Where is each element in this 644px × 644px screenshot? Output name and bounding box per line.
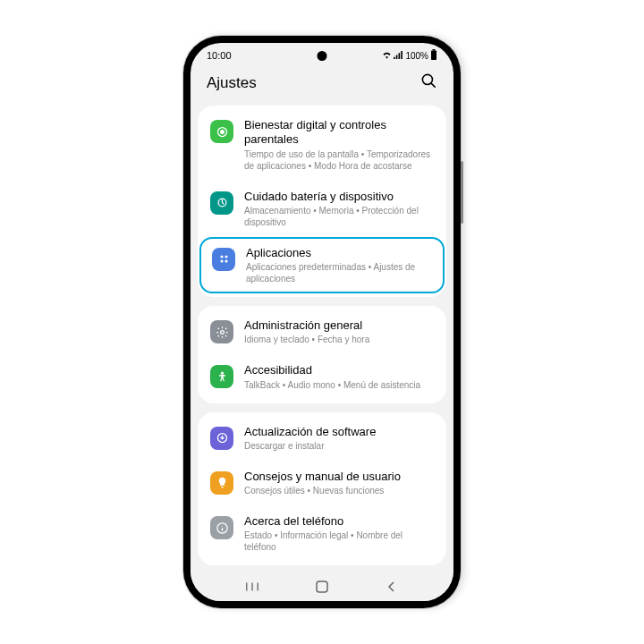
page-title: Ajustes: [207, 74, 257, 92]
settings-item[interactable]: Consejos y manual de usuarioConsejos úti…: [198, 461, 446, 505]
svg-point-9: [220, 260, 223, 263]
nav-bar: [191, 571, 453, 601]
item-subtitle: Idioma y teclado • Fecha y hora: [244, 334, 434, 345]
svg-point-7: [220, 256, 223, 258]
settings-item[interactable]: AplicacionesAplicaciones predeterminadas…: [199, 237, 445, 293]
item-subtitle: Consejos útiles • Nuevas funciones: [244, 485, 434, 496]
screen: 10:00 100% Ajustes Bienestar digital y c…: [191, 43, 453, 601]
signal-icon: [394, 51, 403, 61]
svg-point-12: [220, 371, 223, 374]
nav-back[interactable]: [383, 580, 401, 594]
item-title: Aplicaciones: [246, 246, 432, 260]
item-title: Actualización de software: [244, 425, 434, 439]
item-title: Accesibilidad: [244, 363, 434, 377]
nav-recent[interactable]: [243, 580, 261, 594]
settings-item[interactable]: Cuidado batería y dispositivoAlmacenamie…: [198, 181, 446, 237]
search-icon[interactable]: [420, 72, 437, 93]
svg-rect-0: [433, 49, 436, 51]
settings-item[interactable]: Administración generalIdioma y teclado •…: [198, 309, 446, 354]
front-camera: [318, 51, 327, 61]
status-time: 10:00: [207, 50, 232, 61]
item-text: AccesibilidadTalkBack • Audio mono • Men…: [244, 363, 434, 390]
svg-rect-20: [317, 581, 327, 592]
svg-point-5: [220, 130, 224, 133]
svg-point-2: [422, 74, 432, 84]
item-title: Administración general: [244, 318, 434, 333]
item-text: Cuidado batería y dispositivoAlmacenamie…: [244, 190, 434, 228]
svg-rect-1: [431, 51, 436, 61]
settings-group: Bienestar digital y controles parentales…: [198, 106, 446, 297]
wifi-icon: [382, 51, 392, 61]
nav-home[interactable]: [313, 580, 331, 594]
item-text: Consejos y manual de usuarioConsejos úti…: [244, 470, 434, 496]
item-subtitle: Aplicaciones predeterminadas • Ajustes d…: [246, 261, 432, 284]
tips-icon: [210, 471, 233, 495]
item-text: Acerca del teléfonoEstado • Información …: [244, 514, 434, 553]
wellbeing-icon: [210, 120, 233, 143]
item-subtitle: Estado • Información legal • Nombre del …: [244, 530, 434, 553]
item-text: Administración generalIdioma y teclado •…: [244, 318, 434, 345]
header: Ajustes: [191, 64, 453, 106]
item-text: Actualización de softwareDescargar e ins…: [244, 425, 434, 452]
battery-icon: [430, 49, 437, 62]
phone-frame: 10:00 100% Ajustes Bienestar digital y c…: [183, 36, 461, 608]
item-title: Consejos y manual de usuario: [244, 470, 434, 484]
svg-point-10: [225, 260, 227, 263]
item-text: AplicacionesAplicaciones predeterminadas…: [246, 246, 432, 284]
item-title: Cuidado batería y dispositivo: [244, 190, 434, 204]
general-icon: [210, 320, 233, 343]
device-care-icon: [210, 191, 233, 215]
svg-point-11: [220, 330, 224, 334]
settings-group: Actualización de softwareDescargar e ins…: [198, 412, 446, 566]
item-subtitle: Tiempo de uso de la pantalla • Temporiza…: [244, 148, 434, 172]
update-icon: [210, 427, 233, 450]
item-title: Acerca del teléfono: [244, 514, 434, 529]
item-subtitle: TalkBack • Audio mono • Menú de asistenc…: [244, 379, 434, 391]
settings-group: Administración generalIdioma y teclado •…: [198, 306, 446, 403]
side-button: [461, 161, 463, 224]
about-icon: [210, 516, 233, 539]
item-text: Bienestar digital y controles parentales…: [244, 118, 434, 172]
settings-item[interactable]: Actualización de softwareDescargar e ins…: [198, 416, 446, 461]
accessibility-icon: [210, 365, 233, 388]
apps-icon: [212, 248, 235, 271]
settings-item[interactable]: Acerca del teléfonoEstado • Información …: [198, 505, 446, 562]
svg-line-3: [431, 83, 436, 88]
svg-point-8: [225, 256, 227, 258]
settings-list[interactable]: Bienestar digital y controles parentales…: [191, 106, 453, 571]
item-subtitle: Almacenamiento • Memoria • Protección de…: [244, 205, 434, 228]
settings-item[interactable]: AccesibilidadTalkBack • Audio mono • Men…: [198, 354, 446, 399]
item-subtitle: Descargar e instalar: [244, 440, 434, 452]
item-title: Bienestar digital y controles parentales: [244, 118, 434, 148]
status-right: 100%: [382, 49, 437, 62]
battery-text: 100%: [405, 51, 428, 61]
settings-item[interactable]: Bienestar digital y controles parentales…: [198, 109, 446, 181]
